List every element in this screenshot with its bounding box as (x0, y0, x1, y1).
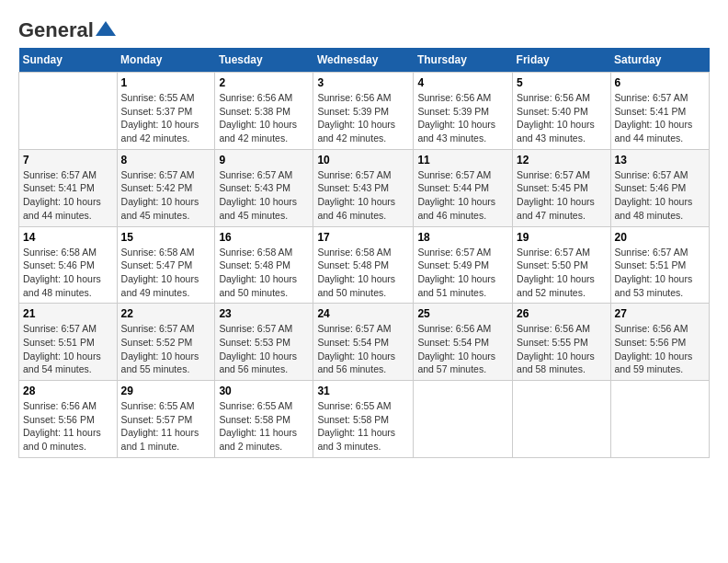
day-info: Sunrise: 6:57 AM Sunset: 5:53 PM Dayligh… (219, 322, 309, 376)
calendar-cell: 4Sunrise: 6:56 AM Sunset: 5:39 PM Daylig… (414, 73, 513, 150)
calendar-week-row: 14Sunrise: 6:58 AM Sunset: 5:46 PM Dayli… (19, 226, 710, 304)
calendar-cell (19, 73, 118, 150)
day-info: Sunrise: 6:56 AM Sunset: 5:39 PM Dayligh… (317, 91, 409, 145)
calendar-cell: 17Sunrise: 6:58 AM Sunset: 5:48 PM Dayli… (313, 226, 414, 304)
day-info: Sunrise: 6:57 AM Sunset: 5:44 PM Dayligh… (417, 168, 508, 223)
day-number: 1 (121, 76, 211, 89)
day-number: 20 (615, 231, 705, 244)
calendar-week-row: 28Sunrise: 6:56 AM Sunset: 5:56 PM Dayli… (19, 381, 710, 458)
day-number: 29 (121, 385, 211, 397)
calendar-cell: 3Sunrise: 6:56 AM Sunset: 5:39 PM Daylig… (313, 73, 414, 150)
day-number: 7 (23, 154, 113, 167)
calendar-cell: 16Sunrise: 6:58 AM Sunset: 5:48 PM Dayli… (215, 226, 313, 304)
calendar-header-row: SundayMondayTuesdayWednesdayThursdayFrid… (19, 48, 710, 73)
day-info: Sunrise: 6:58 AM Sunset: 5:47 PM Dayligh… (121, 246, 211, 300)
day-number: 25 (417, 307, 508, 320)
day-info: Sunrise: 6:57 AM Sunset: 5:54 PM Dayligh… (317, 322, 409, 376)
day-number: 13 (615, 154, 705, 167)
day-number: 23 (219, 307, 309, 320)
calendar-cell: 9Sunrise: 6:57 AM Sunset: 5:43 PM Daylig… (215, 149, 313, 226)
day-info: Sunrise: 6:57 AM Sunset: 5:51 PM Dayligh… (615, 246, 705, 300)
calendar-cell: 31Sunrise: 6:55 AM Sunset: 5:58 PM Dayli… (313, 381, 414, 458)
calendar-cell: 21Sunrise: 6:57 AM Sunset: 5:51 PM Dayli… (19, 304, 118, 381)
calendar-table: SundayMondayTuesdayWednesdayThursdayFrid… (18, 48, 710, 458)
day-info: Sunrise: 6:55 AM Sunset: 5:58 PM Dayligh… (219, 399, 309, 454)
calendar-cell: 22Sunrise: 6:57 AM Sunset: 5:52 PM Dayli… (117, 304, 215, 381)
day-info: Sunrise: 6:57 AM Sunset: 5:50 PM Dayligh… (517, 246, 606, 300)
calendar-week-row: 21Sunrise: 6:57 AM Sunset: 5:51 PM Dayli… (19, 304, 710, 381)
calendar-cell: 13Sunrise: 6:57 AM Sunset: 5:46 PM Dayli… (610, 149, 709, 226)
day-number: 16 (219, 231, 309, 244)
calendar-cell (513, 381, 610, 458)
day-info: Sunrise: 6:56 AM Sunset: 5:55 PM Dayligh… (517, 322, 606, 376)
calendar-week-row: 7Sunrise: 6:57 AM Sunset: 5:41 PM Daylig… (19, 149, 710, 226)
calendar-cell: 27Sunrise: 6:56 AM Sunset: 5:56 PM Dayli… (610, 304, 709, 381)
day-number: 3 (317, 76, 409, 89)
day-number: 6 (615, 76, 705, 89)
calendar-cell: 29Sunrise: 6:55 AM Sunset: 5:57 PM Dayli… (117, 381, 215, 458)
calendar-cell: 12Sunrise: 6:57 AM Sunset: 5:45 PM Dayli… (513, 149, 610, 226)
day-info: Sunrise: 6:57 AM Sunset: 5:45 PM Dayligh… (517, 168, 606, 223)
day-number: 26 (517, 307, 606, 320)
calendar-cell: 15Sunrise: 6:58 AM Sunset: 5:47 PM Dayli… (117, 226, 215, 304)
day-number: 31 (317, 385, 409, 397)
day-info: Sunrise: 6:56 AM Sunset: 5:39 PM Dayligh… (417, 91, 508, 145)
day-number: 27 (615, 307, 705, 320)
day-number: 14 (23, 231, 113, 244)
calendar-cell: 6Sunrise: 6:57 AM Sunset: 5:41 PM Daylig… (610, 73, 709, 150)
day-number: 12 (517, 154, 606, 167)
calendar-cell: 1Sunrise: 6:55 AM Sunset: 5:37 PM Daylig… (117, 73, 215, 150)
page-header: General (18, 18, 710, 39)
calendar-cell (610, 381, 709, 458)
day-number: 19 (517, 231, 606, 244)
svg-marker-0 (96, 21, 116, 36)
day-number: 11 (417, 154, 508, 167)
calendar-cell: 7Sunrise: 6:57 AM Sunset: 5:41 PM Daylig… (19, 149, 118, 226)
day-number: 4 (417, 76, 508, 89)
calendar-cell: 5Sunrise: 6:56 AM Sunset: 5:40 PM Daylig… (513, 73, 610, 150)
day-info: Sunrise: 6:56 AM Sunset: 5:38 PM Dayligh… (219, 91, 309, 145)
calendar-cell: 28Sunrise: 6:56 AM Sunset: 5:56 PM Dayli… (19, 381, 118, 458)
calendar-cell (414, 381, 513, 458)
day-info: Sunrise: 6:55 AM Sunset: 5:57 PM Dayligh… (121, 399, 211, 454)
calendar-cell: 19Sunrise: 6:57 AM Sunset: 5:50 PM Dayli… (513, 226, 610, 304)
day-number: 5 (517, 76, 606, 89)
day-info: Sunrise: 6:57 AM Sunset: 5:46 PM Dayligh… (615, 168, 705, 223)
logo-icon (96, 21, 116, 36)
day-number: 18 (417, 231, 508, 244)
calendar-cell: 10Sunrise: 6:57 AM Sunset: 5:43 PM Dayli… (313, 149, 414, 226)
calendar-week-row: 1Sunrise: 6:55 AM Sunset: 5:37 PM Daylig… (19, 73, 710, 150)
day-number: 17 (317, 231, 409, 244)
day-number: 22 (121, 307, 211, 320)
logo: General (18, 18, 116, 39)
day-info: Sunrise: 6:57 AM Sunset: 5:51 PM Dayligh… (23, 322, 113, 376)
calendar-cell: 25Sunrise: 6:56 AM Sunset: 5:54 PM Dayli… (414, 304, 513, 381)
day-info: Sunrise: 6:55 AM Sunset: 5:37 PM Dayligh… (121, 91, 211, 145)
day-number: 21 (23, 307, 113, 320)
calendar-cell: 2Sunrise: 6:56 AM Sunset: 5:38 PM Daylig… (215, 73, 313, 150)
calendar-cell: 30Sunrise: 6:55 AM Sunset: 5:58 PM Dayli… (215, 381, 313, 458)
calendar-cell: 14Sunrise: 6:58 AM Sunset: 5:46 PM Dayli… (19, 226, 118, 304)
logo-general: General (18, 18, 94, 42)
day-info: Sunrise: 6:56 AM Sunset: 5:40 PM Dayligh… (517, 91, 606, 145)
calendar-cell: 20Sunrise: 6:57 AM Sunset: 5:51 PM Dayli… (610, 226, 709, 304)
calendar-cell: 11Sunrise: 6:57 AM Sunset: 5:44 PM Dayli… (414, 149, 513, 226)
day-info: Sunrise: 6:57 AM Sunset: 5:49 PM Dayligh… (417, 246, 508, 300)
header-saturday: Saturday (610, 48, 709, 73)
day-info: Sunrise: 6:56 AM Sunset: 5:56 PM Dayligh… (23, 399, 113, 454)
header-friday: Friday (513, 48, 610, 73)
day-info: Sunrise: 6:58 AM Sunset: 5:48 PM Dayligh… (219, 246, 309, 300)
day-number: 10 (317, 154, 409, 167)
calendar-cell: 8Sunrise: 6:57 AM Sunset: 5:42 PM Daylig… (117, 149, 215, 226)
day-info: Sunrise: 6:56 AM Sunset: 5:54 PM Dayligh… (417, 322, 508, 376)
day-number: 24 (317, 307, 409, 320)
day-number: 30 (219, 385, 309, 397)
day-number: 9 (219, 154, 309, 167)
day-number: 28 (23, 385, 113, 397)
header-sunday: Sunday (19, 48, 118, 73)
day-info: Sunrise: 6:58 AM Sunset: 5:46 PM Dayligh… (23, 246, 113, 300)
header-wednesday: Wednesday (313, 48, 414, 73)
day-info: Sunrise: 6:57 AM Sunset: 5:43 PM Dayligh… (219, 168, 309, 223)
header-monday: Monday (117, 48, 215, 73)
calendar-cell: 26Sunrise: 6:56 AM Sunset: 5:55 PM Dayli… (513, 304, 610, 381)
